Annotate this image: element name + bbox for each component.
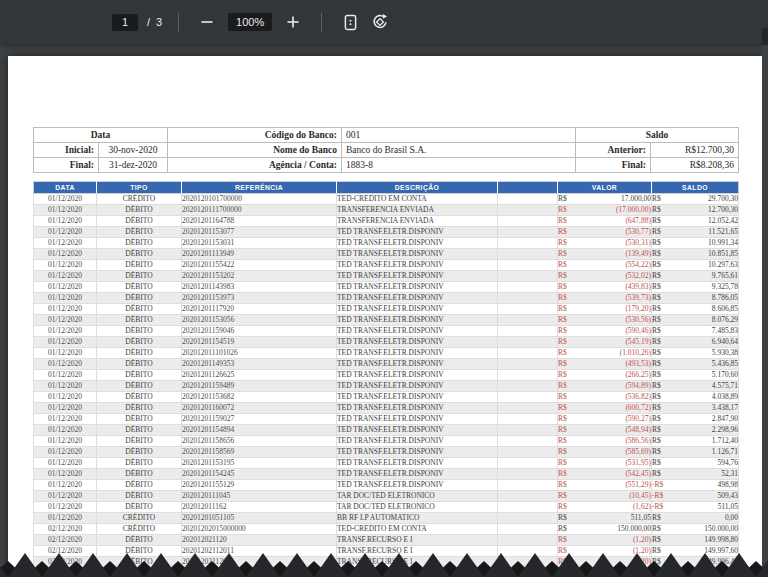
- cell-saldo: R$4.575,71: [652, 381, 739, 392]
- cell-valor: R$(530,31): [558, 238, 652, 249]
- cell-date: 01/12/2020: [34, 249, 97, 260]
- cell-saldo: R$12.052,42: [652, 216, 739, 227]
- data-header: Data: [34, 128, 168, 143]
- zoom-level-input[interactable]: 100%: [228, 13, 272, 31]
- cell-valor: R$511,05: [558, 513, 652, 524]
- cell-type: DÉBITO: [97, 293, 182, 304]
- cell-type: DÉBITO: [97, 502, 182, 513]
- transaction-row: 01/12/2020DÉBITO20201201153202TED TRANSF…: [34, 271, 739, 282]
- transaction-row: 01/12/2020DÉBITO20201201159489TED TRANSF…: [34, 381, 739, 392]
- cell-type: DÉBITO: [97, 370, 182, 381]
- bank-code-value: 001: [342, 128, 576, 143]
- cell-valor: R$(548,94): [558, 425, 652, 436]
- column-header-saldo: SALDO: [652, 182, 739, 194]
- cell-description: TRANSF.RECURSO E I: [337, 535, 498, 546]
- cell-blank: [498, 414, 558, 425]
- cell-reference: 20201201153031: [182, 238, 337, 249]
- cell-type: CRÉDITO: [97, 524, 182, 535]
- cell-description: TED TRANSF.ELETR.DISPONIV: [337, 381, 498, 392]
- cell-reference: 20201201164788: [182, 216, 337, 227]
- fit-to-page-icon: [342, 14, 359, 31]
- cell-blank: [498, 304, 558, 315]
- cell-date: 01/12/2020: [34, 205, 97, 216]
- fit-to-page-button[interactable]: [338, 10, 362, 34]
- transaction-row: 01/12/2020DÉBITO202012011101026TED TRANS…: [34, 348, 739, 359]
- cell-blank: [498, 205, 558, 216]
- rotate-button[interactable]: [368, 10, 392, 34]
- torn-edge-zigzag: [0, 547, 768, 577]
- cell-type: DÉBITO: [97, 205, 182, 216]
- cell-date: 01/12/2020: [34, 480, 97, 491]
- cell-description: BB RF LP AUTOMATICO: [337, 513, 498, 524]
- cell-type: DÉBITO: [97, 227, 182, 238]
- cell-type: DÉBITO: [97, 238, 182, 249]
- cell-reference: 20201201159027: [182, 414, 337, 425]
- transaction-row: 01/12/2020DÉBITO20201201153056TED TRANSF…: [34, 315, 739, 326]
- page-divider: /: [147, 16, 150, 28]
- transaction-row: 01/12/2020DÉBITO20201201113949TED TRANSF…: [34, 249, 739, 260]
- cell-saldo: R$5.170,60: [652, 370, 739, 381]
- cell-type: DÉBITO: [97, 436, 182, 447]
- cell-type: DÉBITO: [97, 392, 182, 403]
- page-total: 3: [156, 16, 162, 28]
- cell-reference: 20201201159489: [182, 381, 337, 392]
- cell-date: 01/12/2020: [34, 194, 97, 205]
- scrollbar-thumb[interactable]: [762, 28, 768, 45]
- transaction-row: 01/12/2020DÉBITO20201201126625TED TRANSF…: [34, 370, 739, 381]
- cell-date: 01/12/2020: [34, 238, 97, 249]
- cell-type: CRÉDITO: [97, 194, 182, 205]
- cell-description: TED TRANSF.ELETR.DISPONIV: [337, 315, 498, 326]
- cell-saldo: R$149.998,80: [652, 535, 739, 546]
- cell-saldo: R$8.076,29: [652, 315, 739, 326]
- cell-saldo: R$0,00: [652, 513, 739, 524]
- statement-info-table: Data Código do Banco: 001 Saldo Inicial:…: [33, 127, 739, 173]
- cell-type: DÉBITO: [97, 348, 182, 359]
- cell-type: DÉBITO: [97, 403, 182, 414]
- cell-description: TED TRANSF.ELETR.DISPONIV: [337, 458, 498, 469]
- cell-valor: R$(1,62): [558, 502, 652, 513]
- cell-description: TED TRANSF.ELETR.DISPONIV: [337, 227, 498, 238]
- zoom-out-button[interactable]: [195, 10, 219, 34]
- bank-name-label: Nome do Banco: [168, 143, 342, 158]
- zoom-in-button[interactable]: [281, 10, 305, 34]
- cell-saldo: R$9.325,78: [652, 282, 739, 293]
- cell-type: DÉBITO: [97, 315, 182, 326]
- transaction-row: 01/12/2020DÉBITO2020120111045TAR DOC/TED…: [34, 491, 739, 502]
- cell-blank: [498, 359, 558, 370]
- cell-reference: 20201201117920: [182, 304, 337, 315]
- cell-description: TED TRANSF.ELETR.DISPONIV: [337, 282, 498, 293]
- cell-description: TAR DOC/TED ELETRONICO: [337, 502, 498, 513]
- cell-saldo: R$52,31: [652, 469, 739, 480]
- cell-date: 01/12/2020: [34, 304, 97, 315]
- vertical-scrollbar[interactable]: [762, 44, 768, 577]
- transaction-row: 01/12/2020DÉBITO20201201153031TED TRANSF…: [34, 238, 739, 249]
- transaction-row: 01/12/2020CRÉDITO20201201051105BB RF LP …: [34, 513, 739, 524]
- final-date-label: Final:: [34, 158, 99, 173]
- cell-date: 01/12/2020: [34, 260, 97, 271]
- cell-blank: [498, 381, 558, 392]
- cell-blank: [498, 403, 558, 414]
- cell-blank: [498, 249, 558, 260]
- cell-date: 01/12/2020: [34, 293, 97, 304]
- cell-saldo: -R$509,43: [652, 491, 739, 502]
- cell-date: 01/12/2020: [34, 348, 97, 359]
- cell-date: 01/12/2020: [34, 337, 97, 348]
- cell-date: 02/12/2020: [34, 524, 97, 535]
- cell-valor: R$(594,89): [558, 381, 652, 392]
- cell-description: TED TRANSF.ELETR.DISPONIV: [337, 249, 498, 260]
- cell-blank: [498, 293, 558, 304]
- cell-type: DÉBITO: [97, 381, 182, 392]
- page-number-input[interactable]: 1: [112, 14, 138, 31]
- cell-valor: R$(539,73): [558, 293, 652, 304]
- cell-blank: [498, 282, 558, 293]
- cell-saldo: R$3.438,17: [652, 403, 739, 414]
- transaction-row: 01/12/2020DÉBITO20201201158569TED TRANSF…: [34, 447, 739, 458]
- cell-date: 01/12/2020: [34, 326, 97, 337]
- transaction-row: 01/12/2020DÉBITO20201201154519TED TRANSF…: [34, 337, 739, 348]
- cell-date: 02/12/2020: [34, 535, 97, 546]
- cell-blank: [498, 469, 558, 480]
- cell-reference: 20201201160072: [182, 403, 337, 414]
- cell-reference: 20201201153202: [182, 271, 337, 282]
- cell-valor: R$(179,20): [558, 304, 652, 315]
- cell-blank: [498, 348, 558, 359]
